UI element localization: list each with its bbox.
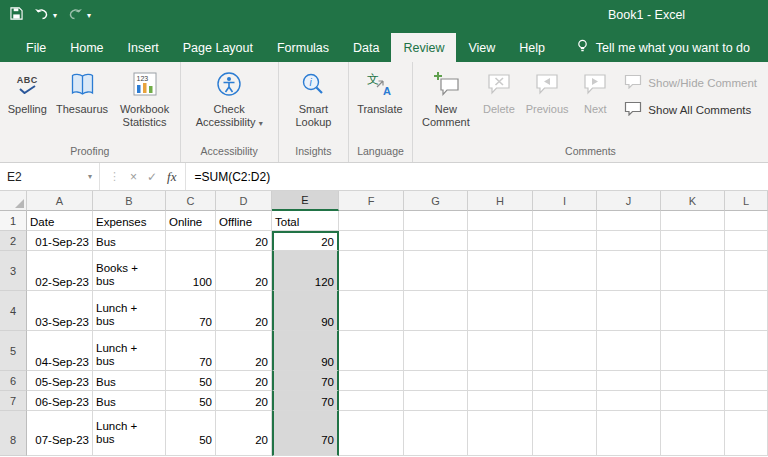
cell[interactable]	[725, 231, 768, 251]
cell[interactable]	[468, 211, 533, 231]
cell[interactable]	[597, 291, 661, 331]
col-header-d[interactable]: D	[216, 191, 272, 211]
cell[interactable]	[661, 291, 725, 331]
cell[interactable]	[339, 391, 404, 411]
cell-b2[interactable]: Bus	[93, 231, 166, 251]
col-header-j[interactable]: J	[597, 191, 661, 211]
cell-d7[interactable]: 20	[216, 391, 272, 411]
cell-c8[interactable]: 50	[166, 411, 216, 456]
col-header-l[interactable]: L	[725, 191, 768, 211]
cell-d3[interactable]: 20	[216, 251, 272, 291]
cell-a1[interactable]: Date	[27, 211, 93, 231]
col-header-k[interactable]: K	[661, 191, 725, 211]
undo-dropdown-icon[interactable]: ▾	[53, 11, 57, 20]
tab-insert[interactable]: Insert	[116, 33, 171, 62]
cancel-icon[interactable]: ×	[130, 170, 137, 184]
spelling-button[interactable]: ABC Spelling	[3, 64, 51, 144]
row-header-4[interactable]: 4	[0, 291, 27, 331]
cell[interactable]	[404, 331, 468, 371]
formula-bar-resize-handle[interactable]: ⋮	[109, 170, 120, 183]
col-header-b[interactable]: B	[93, 191, 166, 211]
cell[interactable]	[468, 411, 533, 456]
cell-e8[interactable]: 70	[272, 411, 339, 456]
tab-help[interactable]: Help	[507, 33, 557, 62]
cell[interactable]	[533, 371, 597, 391]
cell-c3[interactable]: 100	[166, 251, 216, 291]
cell-d8[interactable]: 20	[216, 411, 272, 456]
name-box-dropdown-icon[interactable]: ▾	[88, 172, 92, 181]
cell[interactable]	[404, 211, 468, 231]
cell[interactable]	[468, 331, 533, 371]
cell-c6[interactable]: 50	[166, 371, 216, 391]
smart-lookup-button[interactable]: i Smart Lookup	[282, 64, 345, 144]
workbook-statistics-button[interactable]: 123 Workbook Statistics	[113, 64, 177, 144]
new-comment-button[interactable]: New Comment	[416, 64, 476, 144]
cell[interactable]	[404, 251, 468, 291]
cell-a6[interactable]: 05-Sep-23	[27, 371, 93, 391]
cell[interactable]	[725, 371, 768, 391]
tab-file[interactable]: File	[14, 33, 58, 62]
cell[interactable]	[725, 251, 768, 291]
cell-a3[interactable]: 02-Sep-23	[27, 251, 93, 291]
cell-c7[interactable]: 50	[166, 391, 216, 411]
cell-e3[interactable]: 120	[272, 251, 339, 291]
cell[interactable]	[404, 411, 468, 456]
cell[interactable]	[404, 291, 468, 331]
cell[interactable]	[597, 371, 661, 391]
cell[interactable]	[661, 411, 725, 456]
cell-b3[interactable]: Books + bus	[93, 251, 166, 291]
row-header-7[interactable]: 7	[0, 391, 27, 411]
cell[interactable]	[533, 211, 597, 231]
tab-data[interactable]: Data	[341, 33, 391, 62]
enter-icon[interactable]: ✓	[147, 170, 157, 184]
next-comment-button[interactable]: Next	[572, 64, 618, 144]
cell[interactable]	[533, 331, 597, 371]
cell-d1[interactable]: Offline	[216, 211, 272, 231]
cell[interactable]	[725, 411, 768, 456]
show-hide-comment-button[interactable]: Show/Hide Comment	[624, 74, 757, 91]
cell-c4[interactable]: 70	[166, 291, 216, 331]
select-all-corner[interactable]	[0, 191, 27, 211]
row-header-8[interactable]: 8	[0, 411, 27, 456]
cell-e6[interactable]: 70	[272, 371, 339, 391]
cell-e5[interactable]: 90	[272, 331, 339, 371]
tab-view[interactable]: View	[456, 33, 507, 62]
cell[interactable]	[597, 411, 661, 456]
tab-home[interactable]: Home	[58, 33, 115, 62]
cell[interactable]	[597, 391, 661, 411]
cell-a5[interactable]: 04-Sep-23	[27, 331, 93, 371]
cell[interactable]	[533, 291, 597, 331]
insert-function-icon[interactable]: fx	[167, 169, 176, 185]
cell-d4[interactable]: 20	[216, 291, 272, 331]
cell[interactable]	[661, 371, 725, 391]
cell-b6[interactable]: Bus	[93, 371, 166, 391]
tab-page-layout[interactable]: Page Layout	[171, 33, 265, 62]
cell[interactable]	[661, 231, 725, 251]
undo-icon[interactable]	[34, 8, 49, 23]
col-header-a[interactable]: A	[27, 191, 93, 211]
cell[interactable]	[597, 211, 661, 231]
cell[interactable]	[468, 251, 533, 291]
cell[interactable]	[468, 371, 533, 391]
row-header-6[interactable]: 6	[0, 371, 27, 391]
cell-e2-active[interactable]: 20	[272, 231, 339, 251]
cell[interactable]	[339, 291, 404, 331]
row-header-3[interactable]: 3	[0, 251, 27, 291]
cell-a8[interactable]: 07-Sep-23	[27, 411, 93, 456]
cell-b1[interactable]: Expenses	[93, 211, 166, 231]
cell[interactable]	[597, 231, 661, 251]
row-header-1[interactable]: 1	[0, 211, 27, 231]
cell-a4[interactable]: 03-Sep-23	[27, 291, 93, 331]
thesaurus-button[interactable]: Thesaurus	[51, 64, 112, 144]
cell[interactable]	[725, 291, 768, 331]
col-header-f[interactable]: F	[339, 191, 404, 211]
cell-a7[interactable]: 06-Sep-23	[27, 391, 93, 411]
cell[interactable]	[468, 291, 533, 331]
tell-me-box[interactable]: Tell me what you want to do	[576, 39, 750, 56]
redo-icon[interactable]	[68, 8, 83, 23]
cell[interactable]	[339, 371, 404, 391]
cell[interactable]	[468, 391, 533, 411]
cell[interactable]	[661, 331, 725, 371]
tab-review[interactable]: Review	[391, 33, 456, 62]
cell[interactable]	[533, 411, 597, 456]
